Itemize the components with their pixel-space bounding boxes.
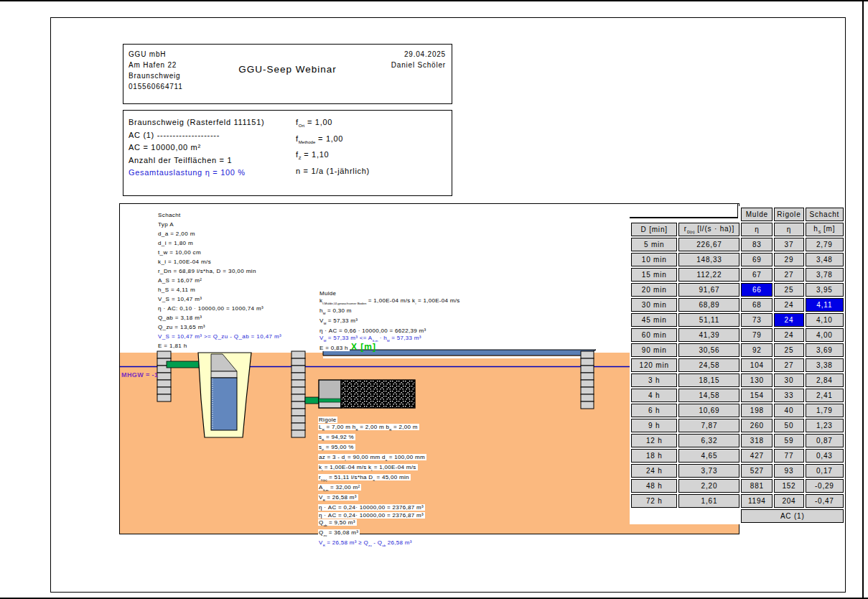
- rigole-eta-cell: 152: [774, 479, 803, 493]
- group-header-rigole: Rigole: [774, 208, 803, 221]
- duration-cell: 5 min: [631, 238, 677, 251]
- duration-cell: 12 h: [631, 434, 677, 447]
- text-line: rD(n) = 51,11 l/s*ha Dn = 45,00 min: [318, 474, 426, 484]
- column-header: rD(n) [l/(s · ha)]: [678, 223, 739, 236]
- duration-cell: 20 min: [631, 283, 677, 297]
- schacht-hs-cell: 4,00: [806, 328, 844, 342]
- table-row: 90 min30,5692253,69: [631, 343, 844, 357]
- text-line: sR = 94,92 %: [318, 434, 426, 444]
- group-header-schacht: Schacht: [806, 208, 844, 221]
- rigole-eta-cell: 24: [774, 328, 803, 342]
- drawbox-corner-line-v: [737, 203, 739, 218]
- duration-cell: 90 min: [631, 343, 677, 357]
- schacht-hs-cell: 1,23: [806, 419, 844, 432]
- parameters-box: Braunschweig (Rasterfeld 111151)AC (1) -…: [123, 110, 452, 196]
- rain-intensity-cell: 51,11: [678, 313, 739, 327]
- rain-intensity-cell: 2,20: [678, 479, 739, 493]
- table-row: 20 min91,6766253,95: [631, 283, 844, 297]
- table-row: 15 min112,2267273,78: [631, 268, 844, 282]
- schacht-hs-cell: 0,87: [806, 434, 844, 447]
- mulde-eta-cell: 69: [741, 253, 773, 266]
- text-line: r_Dn = 68,89 l/s*ha, D = 30,00 min: [158, 266, 281, 276]
- table-row: 10 min148,3369293,48: [631, 253, 844, 266]
- mulde-eta-cell: 83: [741, 238, 773, 251]
- spacer-cell: [678, 208, 739, 221]
- text-line: d_i = 1,80 m: [158, 238, 281, 248]
- text-line: Rigole: [318, 417, 426, 424]
- duration-cell: 9 h: [631, 419, 677, 432]
- rigole-drain-pipe: [319, 399, 341, 402]
- rigole-annotation: RigoleLR = 7,00 m hR = 2,00 m bR = 2,00 …: [318, 417, 426, 549]
- mulde-eta-cell: 92: [741, 343, 773, 357]
- text-line: 015560664711: [129, 81, 183, 92]
- rigole-eta-cell: 33: [774, 389, 803, 402]
- text-line: AC (1) --------------------: [129, 129, 264, 142]
- mulde-eta-cell: 73: [741, 313, 773, 327]
- schacht-hs-cell: 0,43: [806, 449, 844, 463]
- table-row: 3 h18,15130302,84: [631, 373, 844, 387]
- text-line: fZ = 1,10: [296, 149, 370, 165]
- text-line: ki = 1,00E-04 m/s ki = 1,00E-04 m/s: [318, 464, 426, 474]
- x-axis-label: X [m]: [351, 342, 376, 352]
- text-line: Schacht: [158, 210, 281, 220]
- rigole-eta-cell: 77: [774, 449, 803, 463]
- text-line: V_S = 10,47 m³ >= Q_zu - Q_ab = 10,47 m³: [158, 332, 281, 341]
- duration-cell: 18 h: [631, 449, 677, 463]
- depth-scale-middle: [291, 351, 305, 437]
- text-line: kf,Mulde,Ul,gewachsener Boden = 1,00E-04…: [319, 297, 462, 307]
- mulde-eta-cell: 130: [741, 373, 773, 387]
- text-line: A_S = 16,07 m²: [158, 276, 281, 285]
- rain-intensity-cell: 91,67: [678, 283, 739, 297]
- table-row: 120 min24,58104273,38: [631, 358, 844, 372]
- results-table: MuldeRigoleSchachtD [min]rD(n) [l/(s · h…: [630, 206, 845, 524]
- duration-cell: 15 min: [631, 268, 677, 282]
- text-line: AS,m = 32,00 m²: [318, 484, 426, 494]
- rain-intensity-cell: 7,87: [678, 419, 739, 432]
- rigole-eta-cell: 40: [774, 404, 803, 417]
- column-header: η: [741, 223, 773, 236]
- text-line: Qzu = 36,08 m³: [318, 529, 426, 539]
- rigole-bedding: [319, 403, 340, 407]
- text-line: GGU mbH: [129, 49, 183, 60]
- rain-intensity-cell: 10,69: [678, 404, 739, 417]
- mulde-eta-cell: 527: [741, 464, 773, 478]
- rigole-eta-cell: 59: [774, 434, 803, 447]
- schacht-hs-cell: 2,84: [806, 373, 844, 387]
- mulde-eta-cell: 104: [741, 358, 773, 372]
- text-line: Typ A: [158, 220, 281, 229]
- text-line: Gesamtauslastung η = 100 %: [129, 167, 264, 180]
- text-line: Mulde: [319, 290, 462, 297]
- schacht-hs-cell: 3,48: [806, 253, 844, 266]
- mulde-eta-cell: 881: [741, 479, 773, 493]
- text-line: VR = 26,58 m³ ≥ Qzu - Qab 26,58 m³: [318, 539, 426, 549]
- table-row: 18 h4,65427770,43: [631, 449, 844, 463]
- text-line: Qab = 9,50 m³: [318, 519, 426, 529]
- text-line: VM = 57,33 m³ <= AS,m · hM = 57,33 m³: [319, 335, 462, 345]
- text-line: fMethode = 1,00: [296, 133, 370, 149]
- schacht-hs-cell: 3,38: [806, 358, 844, 372]
- mulde-eta-cell: 260: [741, 419, 773, 432]
- duration-cell: 6 h: [631, 404, 677, 417]
- text-line: sP = 95,00 %: [318, 444, 426, 454]
- text-line: h_S = 4,11 m: [158, 285, 281, 294]
- duration-cell: 72 h: [631, 494, 677, 508]
- rain-intensity-cell: 4,65: [678, 449, 739, 463]
- mulde-eta-cell: 66: [741, 283, 773, 297]
- rigole-eta-cell: 27: [774, 358, 803, 372]
- rain-intensity-cell: 24,58: [678, 358, 739, 372]
- parameters-right: fOrt = 1,00fMethode = 1,00fZ = 1,10n = 1…: [296, 116, 370, 178]
- table-row: 24 h3,73527930,17: [631, 464, 844, 478]
- depth-scale-right: [581, 351, 594, 409]
- mulde-liner: [323, 356, 585, 358]
- rigole-eta-cell: 204: [774, 494, 803, 508]
- table-row: 45 min51,1173244,10: [631, 313, 844, 327]
- results-table-container: MuldeRigoleSchachtD [min]rD(n) [l/(s · h…: [630, 206, 845, 524]
- schacht-hs-cell: -0,29: [806, 479, 844, 493]
- schacht-hs-cell: 2,79: [806, 238, 844, 251]
- duration-cell: 10 min: [631, 253, 677, 266]
- text-line: E = 1,81 h: [158, 341, 281, 350]
- table-footer-cell: AC (1): [741, 509, 844, 523]
- mulde-eta-cell: 1194: [741, 494, 773, 508]
- mulde-eta-cell: 427: [741, 449, 773, 463]
- report-date: 29.04.2025: [391, 49, 446, 60]
